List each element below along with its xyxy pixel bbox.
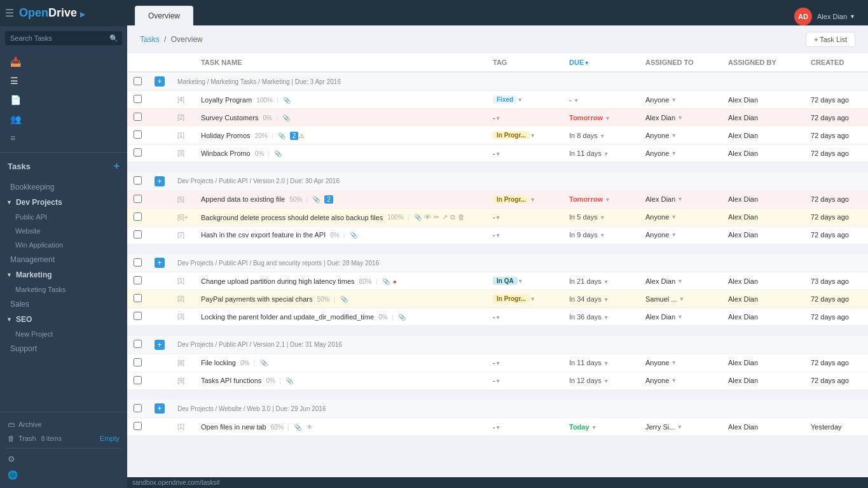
- tag-dropdown[interactable]: ▼: [518, 278, 523, 284]
- settings-icon[interactable]: ⚙: [5, 451, 122, 467]
- due-dropdown[interactable]: ▼: [574, 97, 579, 104]
- row-task-name[interactable]: Change upload partition during high late…: [195, 272, 486, 290]
- due-dropdown[interactable]: ▼: [600, 232, 605, 239]
- tag-dropdown[interactable]: ▼: [495, 151, 501, 157]
- due-dropdown[interactable]: ▼: [603, 360, 609, 366]
- row-checkbox[interactable]: [134, 95, 142, 103]
- row-task-name[interactable]: Hash in the csv export feature in the AP…: [195, 226, 486, 244]
- copy-action-icon[interactable]: ⧉: [450, 213, 455, 221]
- group-add-btn[interactable]: +: [155, 176, 165, 186]
- tag-dropdown[interactable]: ▼: [530, 197, 535, 203]
- row-checkbox[interactable]: [134, 148, 142, 157]
- row-task-name[interactable]: Tasks API functions 0% | 📎: [195, 372, 486, 389]
- group-add-btn[interactable]: +: [155, 258, 165, 268]
- row-checkbox[interactable]: [134, 376, 142, 384]
- archive-item[interactable]: 🗃 Archive: [5, 417, 122, 431]
- nav-icon-tasks[interactable]: ☰: [5, 72, 122, 90]
- task-list-button[interactable]: + Task List: [806, 32, 855, 47]
- nav-icon-notes[interactable]: 📄: [5, 91, 122, 109]
- search-box[interactable]: 🔍: [0, 26, 127, 50]
- tag-dropdown[interactable]: ▼: [530, 132, 535, 139]
- share-action-icon[interactable]: ↗: [442, 213, 448, 221]
- row-task-name[interactable]: File locking 0% | 📎: [195, 354, 486, 372]
- sidebar-item-public-api[interactable]: Public API: [0, 210, 127, 224]
- add-task-list-btn[interactable]: +: [114, 160, 120, 172]
- sidebar-item-management[interactable]: Management: [0, 252, 127, 267]
- assigned-to-dropdown[interactable]: ▼: [671, 97, 677, 103]
- tag-dropdown[interactable]: ▼: [530, 296, 535, 302]
- due-dropdown[interactable]: ▼: [591, 424, 597, 431]
- tab-overview[interactable]: Overview: [135, 6, 193, 25]
- row-checkbox[interactable]: [134, 195, 142, 203]
- sidebar-item-win-application[interactable]: Win Application: [0, 238, 127, 252]
- group-add-btn[interactable]: +: [155, 340, 165, 350]
- tag-dropdown[interactable]: ▼: [495, 424, 501, 431]
- assigned-to-dropdown[interactable]: ▼: [677, 424, 682, 430]
- assigned-to-dropdown[interactable]: ▼: [671, 359, 677, 366]
- row-task-name[interactable]: Holiday Promos 20% | 📎 2⚠: [195, 127, 486, 144]
- col-header-due[interactable]: DUE▼: [563, 53, 639, 72]
- tag-dropdown[interactable]: ▼: [495, 232, 501, 239]
- user-info[interactable]: Alex Dian ▼: [817, 13, 855, 20]
- tag-dropdown[interactable]: ▼: [495, 360, 501, 366]
- due-dropdown[interactable]: ▼: [600, 214, 605, 221]
- assigned-to-dropdown[interactable]: ▼: [671, 214, 677, 220]
- due-dropdown[interactable]: ▼: [603, 314, 609, 321]
- row-checkbox[interactable]: [134, 294, 142, 302]
- row-task-name[interactable]: Background delete process should delete …: [195, 208, 486, 226]
- row-checkbox[interactable]: [134, 213, 142, 221]
- row-task-name[interactable]: Open files in new tab 60% | 📎 👁: [195, 418, 486, 436]
- tag-dropdown[interactable]: ▼: [495, 378, 501, 384]
- sidebar-item-website[interactable]: Website: [0, 224, 127, 238]
- tag-dropdown[interactable]: ▼: [495, 314, 501, 321]
- assigned-to-dropdown[interactable]: ▼: [671, 150, 677, 157]
- sidebar-item-support[interactable]: Support: [0, 341, 127, 356]
- group-checkbox[interactable]: [134, 176, 142, 185]
- group-add-btn[interactable]: +: [155, 403, 165, 414]
- empty-trash-link[interactable]: Empty: [100, 435, 120, 442]
- assigned-to-dropdown[interactable]: ▼: [677, 196, 683, 202]
- group-checkbox[interactable]: [134, 340, 142, 348]
- due-dropdown[interactable]: ▼: [603, 279, 609, 285]
- sidebar-item-new-project[interactable]: New Project: [0, 327, 127, 341]
- eye-action-icon[interactable]: 👁: [424, 213, 431, 221]
- sidebar-item-marketing-tasks[interactable]: Marketing Tasks: [0, 282, 127, 296]
- row-task-name[interactable]: Locking the parent folder and update_dir…: [195, 308, 486, 326]
- sidebar-item-sales[interactable]: Sales: [0, 296, 127, 312]
- assigned-to-dropdown[interactable]: ▼: [677, 278, 683, 284]
- nav-icon-people[interactable]: 👥: [5, 110, 122, 128]
- row-checkbox[interactable]: [134, 230, 142, 239]
- row-checkbox[interactable]: [134, 312, 142, 320]
- sidebar-item-dev-projects[interactable]: ▼ Dev Projects: [0, 195, 127, 210]
- col-header-task-name[interactable]: TASK NAME: [195, 53, 486, 72]
- due-dropdown[interactable]: ▼: [605, 115, 610, 122]
- group-add-btn[interactable]: +: [155, 76, 165, 87]
- group-checkbox[interactable]: [134, 77, 142, 85]
- due-dropdown[interactable]: ▼: [603, 151, 609, 157]
- globe-icon[interactable]: 🌐: [5, 467, 122, 483]
- assigned-to-dropdown[interactable]: ▼: [677, 115, 683, 121]
- row-checkbox[interactable]: [134, 276, 142, 284]
- due-dropdown[interactable]: ▼: [605, 197, 610, 203]
- due-dropdown[interactable]: ▼: [603, 378, 609, 384]
- group-checkbox[interactable]: [134, 404, 142, 412]
- row-task-name[interactable]: Append data to existing file 50% | 📎 2: [195, 190, 486, 208]
- nav-icon-list[interactable]: ≡: [5, 129, 122, 147]
- due-dropdown[interactable]: ▼: [603, 296, 609, 303]
- assigned-to-dropdown[interactable]: ▼: [679, 296, 685, 302]
- row-checkbox[interactable]: [134, 113, 142, 121]
- tag-dropdown[interactable]: ▼: [517, 97, 523, 103]
- delete-action-icon[interactable]: 🗑: [458, 213, 465, 221]
- sidebar-item-marketing[interactable]: ▼ Marketing: [0, 267, 127, 282]
- sidebar-item-seo[interactable]: ▼ SEO: [0, 312, 127, 327]
- search-input[interactable]: [5, 31, 122, 45]
- tag-dropdown[interactable]: ▼: [495, 115, 501, 122]
- assigned-to-dropdown[interactable]: ▼: [671, 132, 677, 139]
- trash-item[interactable]: 🗑 Trash 8 items Empty: [5, 431, 122, 445]
- row-checkbox[interactable]: [134, 130, 142, 139]
- row-checkbox[interactable]: [134, 358, 142, 366]
- row-task-name[interactable]: Loyalty Program 100% | 📎: [195, 91, 486, 109]
- assigned-to-dropdown[interactable]: ▼: [677, 314, 683, 320]
- hamburger-icon[interactable]: ☰: [5, 7, 14, 19]
- assigned-to-dropdown[interactable]: ▼: [671, 377, 677, 384]
